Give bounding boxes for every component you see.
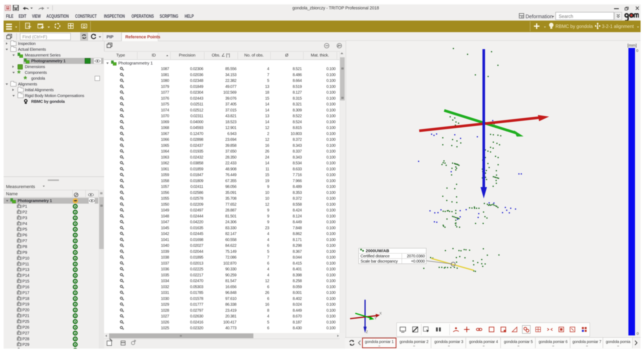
svg-text:Z: Z: [366, 330, 368, 334]
svg-text:X: X: [380, 312, 382, 315]
svg-text:Y: Y: [374, 317, 377, 320]
